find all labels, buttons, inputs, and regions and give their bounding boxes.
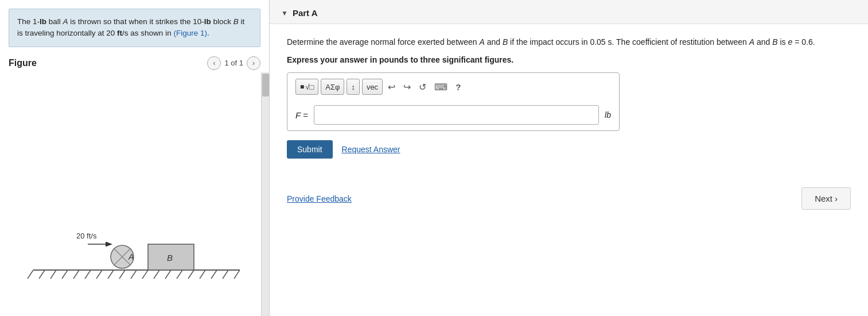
svg-line-11 [142,270,148,279]
figure-link[interactable]: (Figure 1) [173,29,207,37]
math-templates-button[interactable]: ■ √□ [295,79,318,95]
problem-text: The 1-lb ball A is thrown so that when i… [17,17,244,37]
part-a-problem-text: Determine the average normal force exert… [287,36,851,48]
submit-button[interactable]: Submit [287,140,333,159]
format-button[interactable]: ↕ [347,79,360,95]
math-sqrt-icon: √□ [305,83,314,91]
math-toolbar: ■ √□ ΑΣφ ↕ vec ↩ ↪ ↺ [295,79,611,99]
svg-line-7 [96,270,102,279]
figure-page-indicator: 1 of 1 [224,59,243,67]
figure-area: A B 20 ft/s [0,72,269,317]
math-templates-icon: ■ [300,83,304,91]
svg-line-12 [154,270,159,279]
svg-line-10 [131,270,137,279]
figure-next-button[interactable]: › [247,56,260,70]
problem-statement: The 1-lb ball A is thrown so that when i… [9,9,260,47]
figure-svg: A B 20 ft/s [22,190,240,293]
figure-drawing: A B 20 ft/s [0,72,261,317]
input-row: F = lb [295,105,611,125]
svg-text:20 ft/s: 20 ft/s [76,232,97,240]
keyboard-icon: ⌨ [434,82,447,93]
figure-header: Figure ‹ 1 of 1 › [0,53,269,72]
svg-line-2 [39,270,45,279]
svg-line-17 [211,270,217,279]
figure-prev-button[interactable]: ‹ [207,56,221,70]
svg-line-8 [108,270,114,279]
svg-text:B: B [167,253,173,263]
unit-label: lb [605,110,611,120]
svg-line-4 [62,270,68,279]
svg-line-18 [223,270,228,279]
vector-label: vec [367,83,378,91]
format-icon: ↕ [351,83,355,91]
f-label: F = [295,110,308,120]
collapse-arrow[interactable]: ▼ [281,9,288,17]
greek-symbols-label: ΑΣφ [325,83,340,91]
undo-button[interactable]: ↩ [385,79,398,95]
svg-line-3 [50,270,56,279]
undo-icon: ↩ [388,82,395,93]
svg-line-9 [119,270,125,279]
svg-line-6 [85,270,91,279]
part-a-content: Determine the average normal force exert… [270,24,868,182]
next-button[interactable]: Next › [801,187,851,210]
svg-line-14 [177,270,182,279]
express-instruction: Express your answer in pounds to three s… [287,55,851,64]
left-panel: The 1-lb ball A is thrown so that when i… [0,0,270,316]
redo-button[interactable]: ↪ [400,79,414,95]
reset-icon: ↺ [419,82,426,93]
reset-button[interactable]: ↺ [416,79,429,95]
request-answer-button[interactable]: Request Answer [342,145,400,154]
answer-box: ■ √□ ΑΣφ ↕ vec ↩ ↪ ↺ [287,72,620,131]
part-a-header: ▼ Part A [270,0,868,24]
svg-text:A: A [128,252,134,261]
svg-line-13 [165,270,171,279]
svg-line-19 [234,270,240,279]
help-button[interactable]: ? [453,79,464,95]
bottom-row: Provide Feedback Next › [270,182,868,221]
action-row: Submit Request Answer [287,140,851,159]
figure-title: Figure [9,58,37,68]
keyboard-button[interactable]: ⌨ [431,79,450,95]
redo-icon: ↪ [403,82,411,93]
svg-line-15 [188,270,194,279]
part-a-title: Part A [293,8,318,18]
svg-line-5 [73,270,79,279]
next-chevron-icon: › [835,194,838,203]
vector-button[interactable]: vec [362,79,383,95]
provide-feedback-button[interactable]: Provide Feedback [287,194,352,203]
svg-line-16 [200,270,205,279]
figure-navigation: ‹ 1 of 1 › [207,56,260,70]
svg-line-1 [28,270,33,279]
right-panel: ▼ Part A Determine the average normal fo… [270,0,868,316]
greek-symbols-button[interactable]: ΑΣφ [321,79,344,95]
figure-scroll-thumb [262,74,269,97]
figure-scrollbar[interactable] [261,72,269,317]
answer-input[interactable] [314,105,599,125]
next-label: Next [815,194,832,203]
help-icon: ? [456,82,461,92]
